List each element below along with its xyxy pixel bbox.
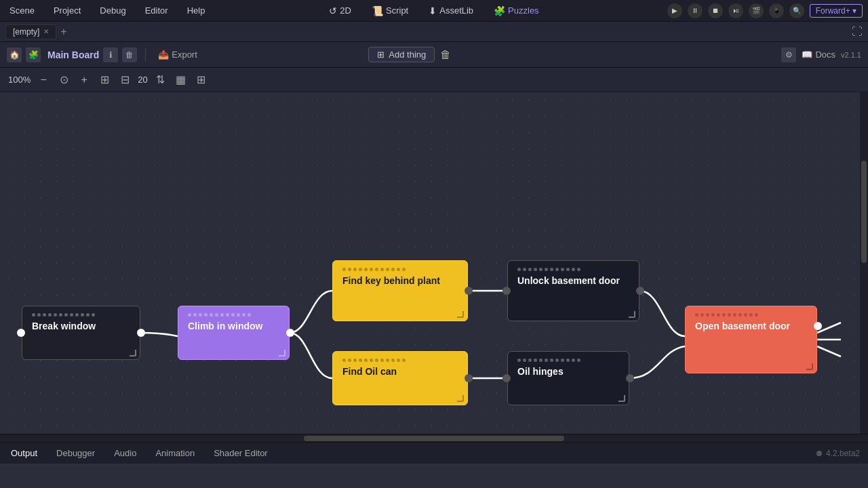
separator <box>145 48 146 62</box>
deploy-button[interactable]: 📱 <box>769 3 784 18</box>
toolbar-script[interactable]: 📜 Script <box>366 4 414 18</box>
toolbar-assetlib[interactable]: ⬇ AssetLib <box>423 4 479 18</box>
home-icon[interactable]: 🏠 <box>7 47 22 62</box>
board-right: ⚙ 📖 Docs v2.1.1 <box>781 47 861 62</box>
bottomtab-output[interactable]: Output <box>8 447 40 460</box>
trash-button[interactable]: 🗑 <box>440 49 451 61</box>
connector-left[interactable] <box>17 329 25 337</box>
zoom-in-button[interactable]: + <box>77 73 92 87</box>
resize-handle[interactable] <box>130 350 136 357</box>
node-dots <box>342 359 458 362</box>
zoom-reset-button[interactable]: ⊙ <box>56 73 71 87</box>
connector-right[interactable] <box>465 374 473 382</box>
node-label: Find Oil can <box>342 366 458 377</box>
node-find-oil[interactable]: Find Oil can <box>332 351 468 405</box>
assetlib-icon: ⬇ <box>429 5 437 16</box>
step-button[interactable]: ⏯ <box>728 3 743 18</box>
connector-right-top[interactable] <box>814 322 822 330</box>
menu-scene[interactable]: Scene <box>5 4 39 17</box>
vertical-scrollbar[interactable] <box>860 92 868 434</box>
board-center-controls: ⊞ Add thing 🗑 <box>368 47 451 62</box>
resize-handle[interactable] <box>457 395 464 402</box>
connector-right[interactable] <box>465 287 473 295</box>
puzzles-icon: 🧩 <box>494 5 505 16</box>
node-break-window[interactable]: Break window <box>22 306 140 360</box>
node-label: Open basement door <box>695 321 807 331</box>
menu-debug[interactable]: Debug <box>96 4 130 17</box>
node-unlock-basement[interactable]: Unlock basement door <box>507 260 639 321</box>
node-climb-window[interactable]: Climb in window <box>178 306 290 360</box>
board-name: Main Board <box>47 49 99 60</box>
zoombar: 100% − ⊙ + ⊞ ⊟ 20 ⇅ ▦ ⊞ <box>0 68 868 92</box>
stop-button[interactable]: ⏹ <box>708 3 723 18</box>
settings-icon[interactable]: ⚙ <box>781 47 796 62</box>
pause-button[interactable]: ⏸ <box>688 3 703 18</box>
node-dots <box>32 313 130 317</box>
zoom-percent: 100% <box>8 75 31 85</box>
puzzle-board-icon[interactable]: 🧩 <box>26 47 41 62</box>
info-icon[interactable]: ℹ <box>103 47 118 62</box>
play-button[interactable]: ▶ <box>667 3 682 18</box>
resize-handle[interactable] <box>806 363 813 370</box>
horizontal-scrollbar[interactable] <box>0 434 868 442</box>
resize-handle[interactable] <box>618 395 625 402</box>
node-dots <box>695 313 807 317</box>
hscroll-thumb[interactable] <box>304 436 564 441</box>
grid-alt-icon[interactable]: ⊟ <box>117 73 132 87</box>
layout-icon[interactable]: ▦ <box>174 73 189 87</box>
connector-right[interactable] <box>636 287 644 295</box>
export-icon: 📤 <box>158 49 169 60</box>
connector-right[interactable] <box>137 329 145 337</box>
delete-board-icon[interactable]: 🗑 <box>122 47 137 62</box>
status-dot <box>816 451 822 456</box>
snap-number: 20 <box>138 75 147 85</box>
vscroll-thumb[interactable] <box>861 161 867 263</box>
resize-handle[interactable] <box>629 311 635 318</box>
forward-button[interactable]: Forward+ ▾ <box>810 4 863 18</box>
zoom-out-button[interactable]: − <box>36 73 51 87</box>
tab-add-button[interactable]: + <box>60 26 66 38</box>
bottom-right: 4.2.beta2 <box>816 449 860 458</box>
movie-button[interactable]: 🎬 <box>749 3 764 18</box>
bottomtab-animation[interactable]: Animation <box>153 447 197 460</box>
settings-button[interactable]: 🔍 <box>789 3 804 18</box>
add-icon: ⊞ <box>377 49 384 60</box>
node-label: Unlock basement door <box>517 275 629 286</box>
node-label: Climb in window <box>188 321 279 331</box>
fullscreen-button[interactable]: ⛶ <box>852 26 863 38</box>
docs-icon: 📖 <box>802 49 812 60</box>
node-open-basement[interactable]: Open basement door <box>685 306 817 373</box>
snap-arrows[interactable]: ⇅ <box>153 73 168 87</box>
resize-handle[interactable] <box>457 311 464 318</box>
bottomtab-audio[interactable]: Audio <box>111 447 139 460</box>
connector-right[interactable] <box>626 374 634 382</box>
menu-project[interactable]: Project <box>50 4 85 17</box>
connector-right[interactable] <box>286 329 294 337</box>
connector-left[interactable] <box>502 374 511 382</box>
toolbar-puzzles[interactable]: 🧩 Puzzles <box>488 4 545 18</box>
canvas-area[interactable]: Break window Climb in window Find key be… <box>0 92 868 434</box>
boardbar: 🏠 🧩 Main Board ℹ 🗑 📤 Export ⊞ Add thing … <box>0 42 868 68</box>
menu-help[interactable]: Help <box>183 4 210 17</box>
node-label: Oil hinges <box>517 366 619 377</box>
export-button[interactable]: 📤 Export <box>154 48 201 61</box>
tab-label: [empty] <box>13 27 39 37</box>
menu-editor[interactable]: Editor <box>141 4 172 17</box>
layout-alt-icon[interactable]: ⊞ <box>194 73 209 87</box>
node-dots <box>517 268 629 271</box>
engine-version: 4.2.beta2 <box>826 449 860 458</box>
connector-left[interactable] <box>502 287 511 295</box>
docs-button[interactable]: 📖 Docs <box>802 49 835 60</box>
menubar: Scene Project Debug Editor Help ↺ 2D 📜 S… <box>0 0 868 22</box>
tab-close-button[interactable]: ✕ <box>43 28 49 35</box>
node-find-key[interactable]: Find key behind plant <box>332 260 468 321</box>
tab-empty[interactable]: [empty] ✕ <box>5 24 56 39</box>
toolbar-2d[interactable]: ↺ 2D <box>323 4 357 18</box>
node-oil-hinges[interactable]: Oil hinges <box>507 351 629 405</box>
toolbar-center: ↺ 2D 📜 Script ⬇ AssetLib 🧩 Puzzles <box>323 4 544 18</box>
bottomtab-shader[interactable]: Shader Editor <box>211 447 271 460</box>
grid-icon[interactable]: ⊞ <box>97 73 112 87</box>
add-thing-button[interactable]: ⊞ Add thing <box>368 47 435 62</box>
resize-handle[interactable] <box>279 350 285 357</box>
bottomtab-debugger[interactable]: Debugger <box>54 447 98 460</box>
